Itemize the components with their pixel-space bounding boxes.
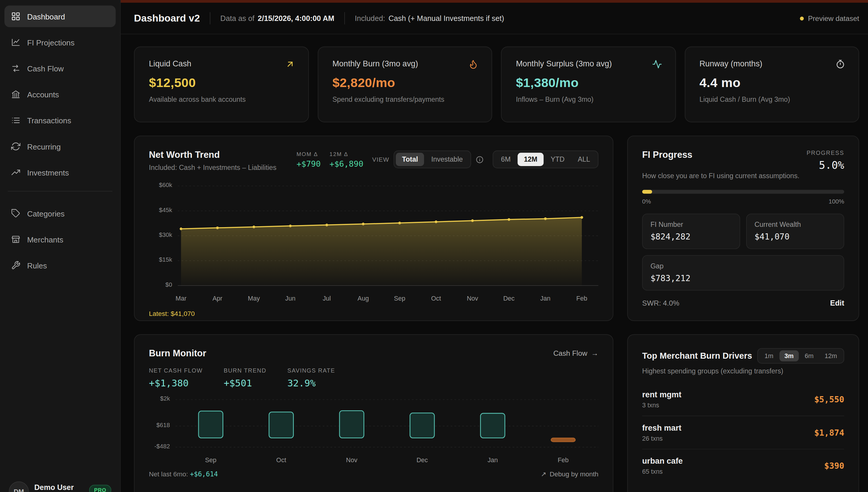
data-as-of-label: Data as of: [220, 14, 254, 22]
sidebar-item-recurring[interactable]: Recurring: [4, 136, 116, 157]
list-item[interactable]: rent mgmt 3 txns $5,550: [642, 383, 844, 416]
range-segmented: 6M 12M YTD ALL: [493, 150, 598, 168]
sidebar-item-label: Cash Flow: [27, 64, 64, 73]
sidebar-item-cash-flow[interactable]: Cash Flow: [4, 57, 116, 79]
fi-progress-track: [642, 190, 844, 194]
view-option-investable[interactable]: Investable: [425, 153, 469, 166]
merchant-name: urban cafe: [642, 457, 683, 465]
arrow-up-right-icon: [285, 59, 295, 69]
sidebar-item-label: Investments: [27, 168, 69, 177]
merchant-name: rent mgmt: [642, 390, 681, 399]
burn-bar-chart: [175, 396, 598, 451]
sidebar-item-investments[interactable]: Investments: [4, 162, 116, 183]
preview-dataset-toggle[interactable]: Preview dataset: [799, 14, 859, 22]
edit-button[interactable]: Edit: [830, 299, 844, 307]
header-divider: [210, 12, 210, 24]
list-item[interactable]: fresh mart 26 txns $1,874: [642, 416, 844, 449]
burn-x-axis: SepOctNovDecJanFeb: [175, 454, 598, 465]
sidebar-item-fi-projections[interactable]: FI Projections: [4, 31, 116, 53]
info-icon[interactable]: [476, 155, 484, 164]
sidebar: Dashboard FI Projections Cash Flow Accou…: [0, 0, 121, 492]
mom-delta-label: MOM Δ: [296, 151, 321, 157]
user-profile[interactable]: DM Demo User PRO: [0, 471, 120, 492]
merch-range-12m[interactable]: 12m: [820, 350, 842, 362]
fi-min-label: 0%: [642, 198, 651, 205]
merchant-name: fresh mart: [642, 423, 681, 432]
current-wealth-box: Current Wealth $41,070: [746, 214, 844, 249]
burn-stat-label: SAVINGS RATE: [287, 367, 335, 374]
store-icon: [11, 235, 21, 244]
burn-stat-label: BURN TREND: [224, 367, 266, 374]
savings-rate-stat: SAVINGS RATE 32.9%: [287, 367, 335, 389]
data-as-of-value: 2/15/2026, 4:00:00 AM: [258, 14, 335, 22]
stat-card-monthly-burn: Monthly Burn (3mo avg) $2,820/mo Spend e…: [317, 47, 492, 122]
chart-line-icon: [11, 38, 21, 47]
sidebar-item-transactions[interactable]: Transactions: [4, 110, 116, 131]
merchants-title: Top Merchant Burn Drivers: [642, 351, 752, 361]
bank-icon: [11, 90, 21, 99]
stat-caption: Available across bank accounts: [149, 96, 294, 103]
debug-by-month-link[interactable]: ↗ Debug by month: [541, 470, 598, 478]
sidebar-item-label: Categories: [27, 209, 65, 218]
y12-delta-value: +$6,890: [330, 159, 363, 168]
fi-progress-value: 5.0%: [806, 159, 844, 171]
range-ytd[interactable]: YTD: [545, 153, 571, 166]
stat-value: $2,820/mo: [333, 75, 477, 90]
net-worth-x-axis: MarAprMayJunJulAugSepOctNovDecJanFeb: [177, 292, 598, 303]
view-option-total[interactable]: Total: [396, 153, 424, 166]
sidebar-item-dashboard[interactable]: Dashboard: [4, 6, 116, 27]
merchant-amount: $1,874: [814, 427, 844, 438]
fi-box-value: $41,070: [754, 232, 836, 242]
activity-icon: [652, 59, 662, 69]
net-worth-chart: $60k$45k$30k$15k$0 MarAprMayJ: [149, 181, 599, 303]
stat-value: $12,500: [149, 75, 294, 90]
stat-title: Liquid Cash: [149, 59, 294, 68]
sidebar-item-categories[interactable]: Categories: [4, 203, 116, 224]
sidebar-item-accounts[interactable]: Accounts: [4, 83, 116, 105]
view-switch-group: VIEW Total Investable: [372, 150, 484, 168]
net-worth-plot: MarAprMayJunJulAugSepOctNovDecJanFeb: [177, 181, 598, 303]
net-worth-title: Net Worth Trend: [149, 150, 276, 160]
merchant-txns: 3 txns: [642, 402, 681, 409]
range-6m[interactable]: 6M: [495, 153, 516, 166]
fi-progress-label: PROGRESS: [806, 150, 844, 156]
range-12m[interactable]: 12M: [518, 153, 544, 166]
sidebar-divider: [8, 191, 113, 192]
merchant-amount: $390: [824, 461, 844, 471]
view-segmented: Total Investable: [393, 150, 471, 168]
fi-progress-card: FI Progress PROGRESS 5.0% How close you …: [627, 136, 859, 321]
included-value: Cash (+ Manual Investments if set): [389, 14, 504, 22]
burn-title: Burn Monitor: [149, 348, 206, 359]
row-burn: Burn Monitor Cash Flow → NET CASH FLOW +…: [134, 334, 859, 492]
stat-title: Monthly Surplus (3mo avg): [516, 59, 661, 68]
merch-range-1m[interactable]: 1m: [760, 350, 778, 362]
fi-subtitle: How close you are to FI using current as…: [642, 172, 844, 180]
sidebar-item-label: FI Projections: [27, 38, 75, 47]
net-worth-controls: MOM Δ +$790 12M Δ +$6,890 VIEW Total: [296, 150, 598, 168]
stat-title: Monthly Burn (3mo avg): [333, 59, 477, 68]
net-worth-subtitle: Included: Cash + Investments – Liabiliti…: [149, 164, 276, 171]
net-worth-area-chart: [177, 181, 598, 290]
list-item[interactable]: urban cafe 65 txns $390: [642, 449, 844, 482]
merch-range-6m[interactable]: 6m: [800, 350, 819, 362]
app-root: Dashboard FI Projections Cash Flow Accou…: [0, 0, 868, 492]
timer-icon: [835, 59, 845, 69]
tag-icon: [11, 208, 21, 218]
sidebar-item-rules[interactable]: Rules: [4, 254, 116, 276]
burn-monitor-card: Burn Monitor Cash Flow → NET CASH FLOW +…: [134, 334, 613, 492]
burn-plot: SepOctNovDecJanFeb: [175, 396, 598, 465]
merchants-subtitle: Highest spending groups (excluding trans…: [642, 368, 844, 375]
debug-by-month-label: Debug by month: [550, 470, 598, 478]
merchant-amount: $5,550: [814, 394, 844, 404]
fi-box-value: $783,212: [651, 273, 836, 284]
fi-box-label: FI Number: [651, 221, 732, 228]
fi-progress-fill: [642, 190, 652, 194]
sidebar-item-merchants[interactable]: Merchants: [4, 228, 116, 250]
merch-range-3m[interactable]: 3m: [779, 350, 799, 362]
stat-caption: Inflows – Burn (Avg 3mo): [516, 96, 661, 103]
range-all[interactable]: ALL: [572, 153, 596, 166]
stat-caption: Liquid Cash / Burn (Avg 3mo): [700, 96, 844, 103]
avatar: DM: [9, 482, 29, 492]
cash-flow-link[interactable]: Cash Flow →: [553, 349, 598, 358]
row-net-worth: Net Worth Trend Included: Cash + Investm…: [134, 136, 859, 321]
